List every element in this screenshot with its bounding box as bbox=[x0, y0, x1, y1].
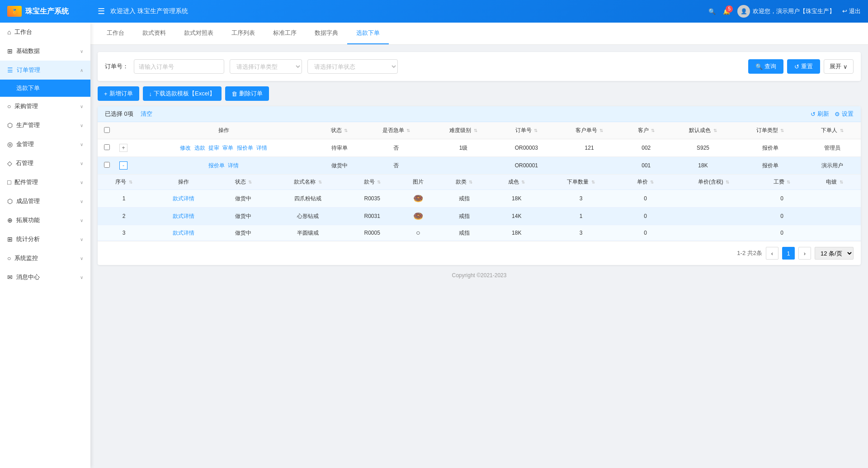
sidebar-item-msg-center[interactable]: ✉ 消息中心 ∨ bbox=[0, 268, 90, 287]
sub-row3-detail-btn[interactable]: 款式详情 bbox=[173, 230, 194, 236]
sub-row1-detail-btn[interactable]: 款式详情 bbox=[173, 195, 194, 202]
row1-submit-btn[interactable]: 提审 bbox=[208, 145, 219, 151]
sub-table-row-2: 2 款式详情 做货中 心形钻戒 R0031 🍩 bbox=[98, 208, 861, 225]
row2-quote-btn[interactable]: 报价单 bbox=[208, 162, 225, 169]
row1-quote-btn[interactable]: 报价单 bbox=[237, 145, 253, 151]
row1-review-btn[interactable]: 审单 bbox=[222, 145, 233, 151]
tab-process-list[interactable]: 工序列表 bbox=[222, 23, 264, 44]
sidebar-item-workbench[interactable]: ⌂ 工作台 bbox=[0, 23, 90, 42]
search-label: 查询 bbox=[764, 62, 776, 71]
th-customer-order-no: 客户单号 ⇅ bbox=[556, 122, 623, 139]
download-label: 下载选款模板【Excel】 bbox=[154, 90, 215, 98]
filter-actions: 🔍 查询 ↺ 重置 展开 ∨ bbox=[748, 59, 854, 74]
sub-table-row-3: 3 款式详情 做货中 半圆镶戒 R0005 ○ bbox=[98, 225, 861, 241]
settings-button[interactable]: ⚙ 设置 bbox=[835, 110, 854, 118]
th-order-no: 订单号 ⇅ bbox=[497, 122, 556, 139]
sidebar-item-parts-mgmt[interactable]: □ 配件管理 ∨ bbox=[0, 173, 90, 192]
tab-select-order[interactable]: 选款下单 bbox=[347, 23, 389, 44]
add-order-button[interactable]: + 新增订单 bbox=[98, 86, 139, 101]
sidebar-item-production-mgmt[interactable]: ⬡ 生产管理 ∨ bbox=[0, 116, 90, 135]
tab-workbench[interactable]: 工作台 bbox=[98, 23, 133, 44]
logout-button[interactable]: ↩ 退出 bbox=[842, 7, 861, 15]
next-page-button[interactable]: › bbox=[798, 247, 811, 260]
sidebar-item-stat-analysis[interactable]: ⊞ 统计分析 ∨ bbox=[0, 230, 90, 249]
download-template-button[interactable]: ↓ 下载选款模板【Excel】 bbox=[143, 86, 222, 101]
reset-label: 重置 bbox=[801, 62, 813, 71]
row2-status: 做货中 bbox=[316, 157, 363, 175]
main-table: 操作 状态 ⇅ 是否急单 ⇅ 难度级别 ⇅ 订单号 ⇅ 客户单号 ⇅ 客户 ⇅ … bbox=[98, 122, 861, 241]
delete-order-button[interactable]: 🗑 删除订单 bbox=[225, 86, 269, 101]
msg-center-icon: ✉ bbox=[7, 274, 13, 281]
bell-icon-wrapper[interactable]: 🔔 5 bbox=[723, 8, 730, 15]
sidebar-item-stone-mgmt[interactable]: ◇ 石管理 ∨ bbox=[0, 154, 90, 173]
delete-label: 删除订单 bbox=[239, 90, 263, 98]
menu-toggle-icon[interactable]: ☰ bbox=[98, 6, 105, 16]
sidebar-item-purchase-mgmt[interactable]: ○ 采购管理 ∨ bbox=[0, 97, 90, 116]
select-all-checkbox[interactable] bbox=[104, 127, 110, 133]
sidebar-label-parts-mgmt: 配件管理 bbox=[14, 178, 80, 186]
order-type-select[interactable]: 请选择订单类型 报价单 普通单 bbox=[230, 59, 302, 74]
sub-table-row: 序号 ⇅ 操作 状态 ⇅ 款式名称 ⇅ 款号 ⇅ 图片 款类 ⇅ bbox=[98, 175, 861, 241]
order-status-select[interactable]: 请选择订单状态 待审单 做货中 已完成 bbox=[307, 59, 398, 74]
row2-detail-btn[interactable]: 详情 bbox=[228, 162, 239, 169]
refresh-label: 刷新 bbox=[817, 110, 829, 118]
chevron-down-icon-expand: ∨ bbox=[80, 218, 83, 223]
logout-icon: ↩ bbox=[842, 8, 847, 14]
row2-checkbox[interactable] bbox=[104, 162, 110, 168]
selection-right: ↺ 刷新 ⚙ 设置 bbox=[811, 110, 854, 118]
search-button[interactable]: 🔍 查询 bbox=[748, 59, 783, 74]
row2-operator: 演示用户 bbox=[804, 157, 861, 175]
row1-checkbox[interactable] bbox=[104, 144, 110, 150]
expand-button[interactable]: 展开 ∨ bbox=[824, 59, 854, 74]
refresh-button[interactable]: ↺ 刷新 bbox=[811, 110, 829, 118]
row2-order-no: OR00001 bbox=[497, 157, 556, 175]
tab-style-table[interactable]: 款式对照表 bbox=[175, 23, 222, 44]
page-size-select[interactable]: 12 条/页 20 条/页 50 条/页 bbox=[815, 247, 854, 260]
row1-expand-button[interactable]: + bbox=[119, 144, 127, 152]
production-mgmt-icon: ⬡ bbox=[7, 122, 13, 129]
sidebar-item-basic-data[interactable]: ⊞ 基础数据 ∨ bbox=[0, 42, 90, 61]
logout-label: 退出 bbox=[849, 8, 861, 14]
search-icon-wrapper[interactable]: 🔍 bbox=[708, 8, 716, 15]
tab-std-process[interactable]: 标准工序 bbox=[264, 23, 306, 44]
sidebar-item-finance-mgmt[interactable]: ◎ 金管理 ∨ bbox=[0, 135, 90, 154]
table-row: + 修改 选款 提审 审单 报价单 详情 待审单 bbox=[98, 139, 861, 157]
th-customer: 客户 ⇅ bbox=[623, 122, 670, 139]
row2-order-type: 报价单 bbox=[736, 157, 804, 175]
basic-data-icon: ⊞ bbox=[7, 47, 13, 55]
tab-style-data[interactable]: 款式资料 bbox=[133, 23, 175, 44]
sidebar-label-purchase-mgmt: 采购管理 bbox=[14, 102, 80, 110]
header-right: 🔍 🔔 5 👤 欢迎您，演示用户【珠宝生产】 ↩ 退出 bbox=[708, 5, 861, 18]
sidebar-item-expand-func[interactable]: ⊕ 拓展功能 ∨ bbox=[0, 211, 90, 230]
logo: 🏅 珠宝生产系统 bbox=[7, 6, 98, 17]
page-content: 订单号： 请选择订单类型 报价单 普通单 请选择订单状态 待审单 做货中 已完成 bbox=[90, 45, 868, 293]
row1-customer-order-no: 121 bbox=[556, 139, 623, 157]
row1-customer: 002 bbox=[623, 139, 670, 157]
row2-action-cell: 报价单 详情 bbox=[131, 157, 316, 175]
tab-data-dict[interactable]: 数据字典 bbox=[306, 23, 347, 44]
sidebar-label-expand-func: 拓展功能 bbox=[16, 216, 80, 224]
add-label: 新增订单 bbox=[109, 90, 133, 98]
clear-selection-button[interactable]: 清空 bbox=[141, 110, 152, 118]
sidebar-item-select-order[interactable]: 选款下单 bbox=[0, 80, 90, 97]
order-no-input[interactable] bbox=[134, 59, 224, 74]
row1-edit-btn[interactable]: 修改 bbox=[180, 145, 191, 151]
prev-page-button[interactable]: ‹ bbox=[766, 247, 778, 260]
reset-button[interactable]: ↺ 重置 bbox=[787, 59, 820, 74]
row2-collapse-button[interactable]: - bbox=[119, 161, 127, 170]
row1-select-btn[interactable]: 选款 bbox=[194, 145, 205, 151]
finance-mgmt-icon: ◎ bbox=[7, 141, 13, 148]
chevron-up-icon: ∧ bbox=[80, 68, 83, 73]
logo-text: 珠宝生产系统 bbox=[25, 7, 69, 16]
chevron-down-icon-msg: ∨ bbox=[80, 275, 83, 280]
sidebar-item-finished-mgmt[interactable]: ⬡ 成品管理 ∨ bbox=[0, 192, 90, 211]
sidebar-item-order-mgmt[interactable]: ☰ 订单管理 ∧ bbox=[0, 61, 90, 80]
row2-difficulty bbox=[430, 157, 497, 175]
pagination-info: 1-2 共2条 bbox=[737, 249, 762, 257]
sidebar-label-order-mgmt: 订单管理 bbox=[17, 66, 80, 74]
sub-row2-detail-btn[interactable]: 款式详情 bbox=[173, 213, 194, 219]
sidebar-item-sys-monitor[interactable]: ○ 系统监控 ∨ bbox=[0, 249, 90, 268]
page-1-button[interactable]: 1 bbox=[782, 247, 795, 260]
chevron-down-icon: ∨ bbox=[843, 63, 848, 70]
row1-detail-btn[interactable]: 详情 bbox=[256, 145, 267, 151]
